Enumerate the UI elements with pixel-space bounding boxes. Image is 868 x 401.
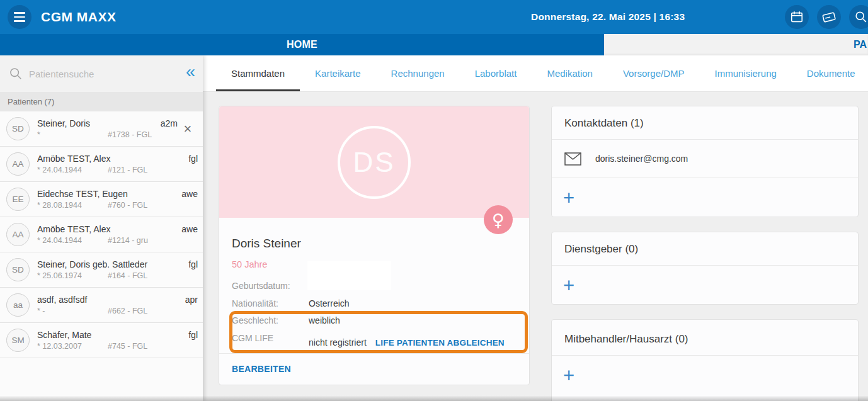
- patient-number: #1214 - gru: [108, 236, 148, 245]
- patient-birthdate: * 24.04.1944: [37, 236, 108, 245]
- panel-mitbehandler: Mitbehandler/Hausarzt (0) +: [551, 319, 859, 401]
- calendar-icon: [790, 10, 804, 24]
- tab-stammdaten[interactable]: Stammdaten: [216, 55, 300, 91]
- contact-email: doris.steiner@cmg.com: [595, 154, 688, 164]
- hamburger-icon: [14, 12, 25, 13]
- patient-tag: fgl: [188, 154, 198, 164]
- patient-birthdate: * -: [37, 307, 108, 315]
- patient-avatar: DS: [338, 126, 411, 199]
- patient-list-header: Patienten (7): [0, 92, 203, 111]
- avatar: SD: [6, 117, 30, 140]
- patient-number: #760 - FGL: [108, 201, 147, 210]
- top-bar: CGM MAXX Donnerstag, 22. Mai 2025 | 16:3…: [0, 0, 868, 34]
- patient-number: #121 - FGL: [108, 166, 147, 174]
- avatar: AA: [6, 223, 30, 246]
- avatar: AA: [6, 152, 30, 176]
- patient-list-item[interactable]: aa asdf, asdfsdfapr * -#662 - FGL: [0, 288, 203, 323]
- tab-home[interactable]: HOME: [0, 34, 604, 55]
- ecard-icon: [821, 9, 837, 25]
- add-mitbehandler-button[interactable]: +: [563, 366, 574, 385]
- add-contact-button[interactable]: +: [563, 189, 574, 208]
- female-icon: ♀: [484, 205, 513, 234]
- patient-tag: fgl: [188, 330, 198, 340]
- field-label-geburtsdatum: Geburtsdatum:: [232, 281, 309, 291]
- global-search-button[interactable]: [849, 5, 868, 29]
- patient-birthdate: *: [37, 130, 108, 139]
- patient-birthdate: * 12.03.2007: [37, 342, 108, 351]
- search-icon: [854, 10, 868, 24]
- tab-laborblatt[interactable]: Laborblatt: [460, 55, 532, 91]
- tab-strip-right: PA: [604, 34, 868, 55]
- avatar: SD: [6, 258, 30, 281]
- datetime-display: Donnerstag, 22. Mai 2025 | 16:33: [531, 0, 685, 34]
- patient-list-item[interactable]: SD Steiner, Doris geb. Sattlederfgl * 25…: [0, 252, 203, 288]
- module-nav: HOME PA: [0, 34, 868, 55]
- patient-sidebar: « Patienten (7) SD Steiner, Dorisa2m *#1…: [0, 55, 203, 401]
- patient-list-item[interactable]: EE Eidechse TEST, Eugenawe * 28.08.1944#…: [0, 182, 203, 217]
- detail-panels: Kontaktdaten (1) doris.steiner@cmg.com +: [551, 106, 859, 401]
- ecard-button[interactable]: [817, 5, 841, 29]
- contact-email-row[interactable]: doris.steiner@cmg.com: [552, 140, 858, 178]
- tab-dokumente[interactable]: Dokumente: [792, 55, 868, 91]
- tab-medikation[interactable]: Medikation: [532, 55, 608, 91]
- patient-tag: awe: [181, 189, 198, 199]
- patient-list-item[interactable]: SD Steiner, Dorisa2m *#1738 - FGL ×: [0, 111, 203, 147]
- calendar-button[interactable]: [785, 5, 809, 29]
- tab-vorsorge-dmp[interactable]: Vorsorge/DMP: [608, 55, 700, 91]
- field-value-geschlecht: weiblich: [309, 316, 340, 326]
- add-dienstgeber-button[interactable]: +: [563, 276, 574, 295]
- panel-title: Dienstgeber (0): [552, 232, 858, 266]
- patient-name: Amöbe TEST, Alex: [37, 224, 178, 234]
- patient-number: #164 - FGL: [108, 271, 147, 280]
- field-value-nationalitaet: Osterreich: [309, 299, 350, 309]
- patient-tag: fgl: [188, 259, 198, 269]
- redacted-birthdate-overlay: [307, 261, 391, 290]
- patient-name: Amöbe TEST, Alex: [37, 154, 185, 164]
- avatar: SM: [6, 329, 30, 352]
- search-icon: [9, 67, 23, 81]
- tab-immunisierung[interactable]: Immunisierung: [699, 55, 791, 91]
- tab-rechnungen[interactable]: Rechnungen: [376, 55, 460, 91]
- menu-button[interactable]: [8, 5, 31, 29]
- patient-birthdate: * 25.06.1974: [37, 271, 108, 280]
- patient-list-item[interactable]: AA Amöbe TEST, Alexfgl * 24.04.1944#121 …: [0, 147, 203, 182]
- main-area: Stammdaten Karteikarte Rechnungen Laborb…: [203, 55, 868, 401]
- tab-karteikarte[interactable]: Karteikarte: [300, 55, 376, 91]
- patient-detail-tabs: Stammdaten Karteikarte Rechnungen Laborb…: [203, 55, 868, 92]
- patient-name: asdf, asdfsdf: [37, 295, 181, 305]
- patient-list-item[interactable]: AA Amöbe TEST, Alexawe * 24.04.1944#1214…: [0, 217, 203, 252]
- panel-title: Mitbehandler/Hausarzt (0): [552, 320, 858, 356]
- collapse-sidebar-icon[interactable]: «: [186, 64, 195, 83]
- patient-birthdate: * 24.04.1944: [37, 166, 108, 174]
- patient-tag: awe: [181, 224, 198, 234]
- bottom-scroll-shadow: [0, 396, 868, 401]
- tab-patient-partial[interactable]: PA: [854, 34, 867, 55]
- patient-number: #1738 - FGL: [108, 130, 152, 139]
- patient-name: Eidechse TEST, Eugen: [37, 189, 178, 199]
- panel-dienstgeber: Dienstgeber (0) +: [551, 232, 859, 305]
- envelope-icon: [564, 152, 581, 166]
- patient-number: #745 - FGL: [108, 342, 147, 351]
- patient-tag: a2m: [161, 118, 178, 128]
- cgm-maxx-window: CGM MAXX Donnerstag, 22. Mai 2025 | 16:3…: [0, 0, 868, 401]
- avatar: aa: [6, 293, 30, 317]
- patient-name: Schäfer, Mate: [37, 330, 185, 340]
- life-patienten-abgleichen-link[interactable]: LIFE PATIENTEN ABGLEICHEN: [375, 338, 505, 348]
- patient-banner: DS: [219, 106, 529, 218]
- patient-list-item[interactable]: SM Schäfer, Matefgl * 12.03.2007#745 - F…: [0, 323, 203, 358]
- patient-search-input[interactable]: [29, 69, 180, 79]
- avatar: EE: [6, 188, 30, 211]
- field-label-geschlecht: Geschlecht:: [232, 316, 309, 326]
- field-label-nationalitaet: Nationalität:: [232, 299, 309, 309]
- patient-number: #662 - FGL: [108, 307, 147, 315]
- patient-search-bar: «: [0, 55, 203, 92]
- close-icon[interactable]: ×: [178, 122, 198, 136]
- field-label-cgm-life: CGM LIFE: [232, 334, 309, 348]
- bearbeiten-button[interactable]: BEARBEITEN: [232, 364, 291, 374]
- panel-title: Kontaktdaten (1): [552, 106, 858, 140]
- patient-tag: apr: [185, 295, 198, 305]
- patient-full-name: Doris Steiner: [232, 237, 517, 251]
- cgm-life-status: nicht registriert: [309, 338, 367, 348]
- card-footer: BEARBEITEN: [219, 353, 529, 385]
- app-title: CGM MAXX: [41, 9, 117, 25]
